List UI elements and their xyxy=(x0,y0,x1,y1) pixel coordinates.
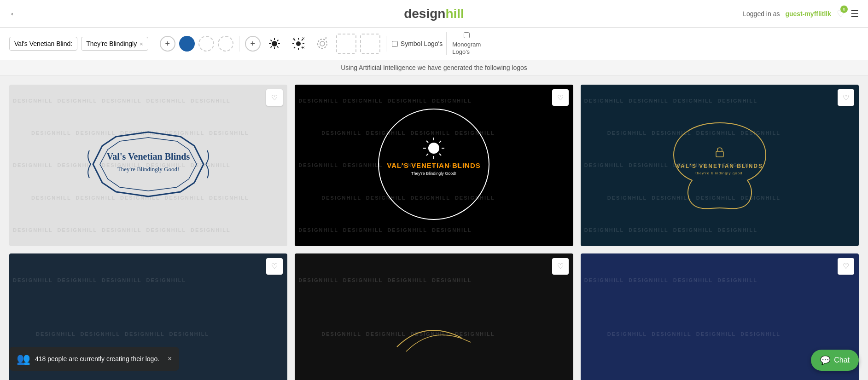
sub-header: Using Artificial Intelligence we have ge… xyxy=(0,60,868,75)
watermark-row: DESIGNHILL DESIGNHILL DESIGNHILL DESIGNH… xyxy=(32,330,287,338)
svg-line-7 xyxy=(277,40,278,41)
watermark-row: DESIGNHILL DESIGNHILL DESIGNHILL DESIGNH… xyxy=(604,330,859,338)
svg-text:×: × xyxy=(302,45,305,50)
svg-line-8 xyxy=(270,46,272,48)
logo-card-2[interactable]: DESIGNHILL DESIGNHILL DESIGNHILL DESIGNH… xyxy=(295,85,573,246)
symbol-logo-checkbox[interactable] xyxy=(392,41,398,47)
watermark-row: DESIGNHILL DESIGNHILL DESIGNHILL DESIGNH… xyxy=(295,276,573,284)
watermark-row: DESIGNHILL DESIGNHILL DESIGNHILL DESIGNH… xyxy=(9,226,287,234)
svg-text:×: × xyxy=(325,37,327,40)
monogram-logo-label: MonogramLogo's xyxy=(452,41,481,55)
tag-blindingly[interactable]: They're Blindingly × xyxy=(81,37,148,51)
toolbar-divider-1 xyxy=(154,36,154,52)
favorites-icon[interactable]: ♡ 0 xyxy=(837,8,845,19)
svg-point-28 xyxy=(428,143,439,154)
logo-card-3[interactable]: DESIGNHILL DESIGNHILL DESIGNHILL DESIGNH… xyxy=(581,85,859,246)
add-tag-button[interactable]: + xyxy=(160,36,175,52)
chat-label: Chat xyxy=(834,356,850,364)
watermark-row: DESIGNHILL DESIGNHILL DESIGNHILL DESIGNH… xyxy=(9,97,287,104)
svg-point-0 xyxy=(272,41,277,46)
monogram-logo-checkbox-label[interactable]: MonogramLogo's xyxy=(446,32,481,55)
svg-line-35 xyxy=(439,141,441,143)
symbol-starburst[interactable]: × × × xyxy=(288,34,309,54)
symbol-sun-filled[interactable] xyxy=(264,34,285,54)
favorite-button-3[interactable]: ♡ xyxy=(838,89,854,106)
add-color-button[interactable]: + xyxy=(245,36,261,52)
svg-point-22 xyxy=(318,39,327,48)
svg-rect-39 xyxy=(716,151,723,157)
logo-card-1[interactable]: DESIGNHILL DESIGNHILL DESIGNHILL DESIGNH… xyxy=(9,85,287,246)
svg-line-6 xyxy=(277,46,278,48)
logo-card-5[interactable]: DESIGNHILL DESIGNHILL DESIGNHILL DESIGNH… xyxy=(295,253,573,380)
watermark-row: DESIGNHILL DESIGNHILL DESIGNHILL DESIGNH… xyxy=(581,276,859,284)
svg-line-17 xyxy=(294,47,295,48)
svg-text:they're blindingly good!: they're blindingly good! xyxy=(695,171,744,175)
tag-label: Val's Venetian Blind: xyxy=(14,40,72,47)
svg-line-34 xyxy=(439,154,441,155)
svg-text:×: × xyxy=(292,37,295,41)
toolbar: Val's Venetian Blind: They're Blindingly… xyxy=(0,28,868,60)
site-logo: designhill xyxy=(404,6,464,21)
svg-point-23 xyxy=(320,41,325,46)
blob-logo-svg: VAL'S VENETIAN BLINDS they're blindingly… xyxy=(655,100,784,229)
favorite-button-6[interactable]: ♡ xyxy=(838,258,854,275)
favorite-button-4[interactable]: ♡ xyxy=(266,258,283,275)
svg-text:Val's Venetian Blinds: Val's Venetian Blinds xyxy=(107,151,190,161)
symbol-ring[interactable]: × xyxy=(312,34,332,54)
header: ← designhill Logged in as guest-myfflitl… xyxy=(0,0,868,28)
back-button[interactable]: ← xyxy=(9,8,19,20)
tag-remove-icon[interactable]: × xyxy=(140,40,143,47)
chat-button[interactable]: 💬 Chat xyxy=(811,350,859,371)
svg-text:They're Blindingly Good!: They're Blindingly Good! xyxy=(117,166,180,173)
chat-bubble-icon: 💬 xyxy=(820,355,830,365)
notification-icon: 👥 xyxy=(17,352,30,365)
symbol-logo-label: Symbol Logo's xyxy=(401,40,443,47)
sub-header-text: Using Artificial Intelligence we have ge… xyxy=(341,64,527,71)
logged-in-prefix: Logged in as xyxy=(743,10,780,17)
notification-text: 418 people are currently creating their … xyxy=(35,355,159,363)
svg-text:VAL'S VENETIAN BLINDS: VAL'S VENETIAN BLINDS xyxy=(676,163,763,169)
svg-line-5 xyxy=(270,40,272,41)
notification-banner: 👥 418 people are currently creating thei… xyxy=(9,347,179,371)
favorite-button-2[interactable]: ♡ xyxy=(552,89,569,106)
svg-line-33 xyxy=(426,141,428,143)
toolbar-divider-3 xyxy=(386,36,386,52)
header-right: Logged in as guest-myfflitllk ♡ 0 ☰ xyxy=(743,8,859,19)
color-swatch-blue[interactable] xyxy=(179,36,195,52)
monogram-logo-checkbox[interactable] xyxy=(464,32,470,38)
logo-grid: DESIGNHILL DESIGNHILL DESIGNHILL DESIGNH… xyxy=(0,75,868,380)
watermark-row: DESIGNHILL DESIGNHILL DESIGNHILL DESIGNH… xyxy=(9,276,287,284)
tag-label: They're Blindingly xyxy=(86,40,137,47)
partial-logo-svg-5 xyxy=(388,310,480,356)
toolbar-divider-2 xyxy=(239,36,239,52)
menu-icon[interactable]: ☰ xyxy=(851,8,859,19)
svg-text:They're Blindingly Good!: They're Blindingly Good! xyxy=(412,171,457,176)
symbol-empty-2[interactable] xyxy=(360,34,380,54)
notification-close-button[interactable]: × xyxy=(168,355,172,363)
svg-text:VAL'S VENETIAN BLINDS: VAL'S VENETIAN BLINDS xyxy=(387,161,481,169)
svg-text:×: × xyxy=(302,37,305,41)
favorite-button-5[interactable]: ♡ xyxy=(552,258,569,275)
username-link[interactable]: guest-myfflitllk xyxy=(785,10,831,17)
color-swatch-empty-2[interactable] xyxy=(218,36,233,52)
symbol-empty-1[interactable] xyxy=(336,34,356,54)
symbol-logo-checkbox-label[interactable]: Symbol Logo's xyxy=(392,40,443,47)
frame-logo-svg: Val's Venetian Blinds They're Blindingly… xyxy=(79,118,217,210)
circle-logo-svg: VAL'S VENETIAN BLINDS They're Blindingly… xyxy=(369,100,498,229)
tag-val-venetian[interactable]: Val's Venetian Blind: xyxy=(9,37,77,51)
svg-line-36 xyxy=(426,154,428,155)
color-swatch-empty-1[interactable] xyxy=(198,36,214,52)
favorites-count: 0 xyxy=(840,6,848,13)
favorite-button-1[interactable]: ♡ xyxy=(266,89,283,106)
svg-point-9 xyxy=(296,41,301,46)
